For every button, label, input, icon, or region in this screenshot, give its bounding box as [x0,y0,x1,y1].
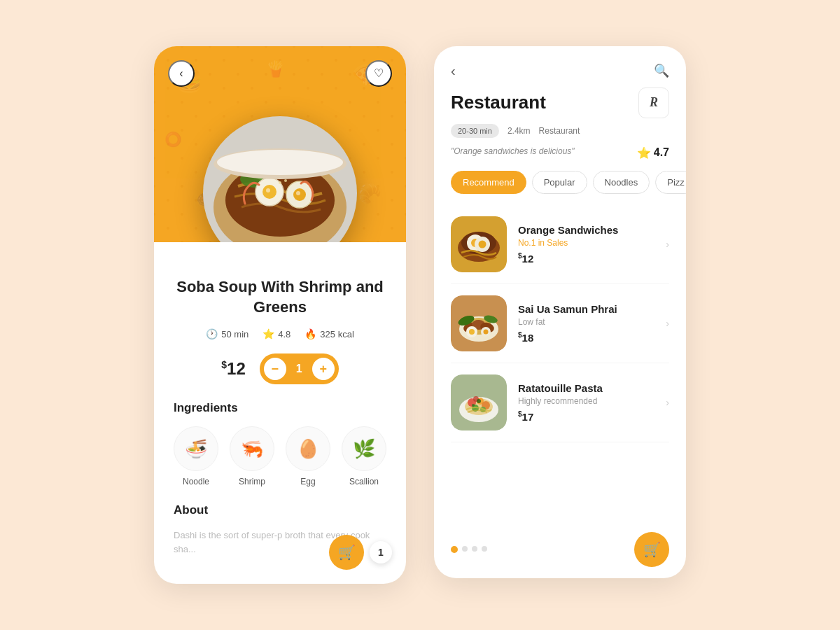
restaurant-cart-button[interactable]: 🛒 [634,532,669,567]
restaurant-card: ‹ 🔍 Restaurant R 20-30 min 2.4km Restaur… [434,46,686,578]
calories-meta: 🔥 325 kcal [304,328,354,340]
svg-text:🥐: 🥐 [357,182,382,205]
sai-ua-svg [451,295,507,351]
hero-section: 🍔 🍕 🍩 🥐 🍟 ⭕ ‹ ♡ [154,46,406,242]
search-button[interactable]: 🔍 [654,63,669,78]
restaurant-back-button[interactable]: ‹ [451,63,456,79]
orange-sandwiches-price: $12 [518,252,654,265]
shrimp-label: Shrimp [239,477,265,486]
minus-icon: − [272,362,279,377]
tab-popular[interactable]: Popular [532,171,587,194]
dot-2 [462,546,468,552]
menu-item-orange-sandwiches[interactable]: Orange Sandwiches No.1 in Sales $12 › [451,205,669,284]
shrimp-icon-circle: 🦐 [230,426,274,471]
ratatouille-name: Ratatouille Pasta [518,382,654,394]
cart-icon-right: 🛒 [643,541,661,558]
svg-point-37 [484,329,489,334]
svg-text:⭕: ⭕ [164,131,182,148]
ratatouille-sub: Highly recommended [518,396,654,406]
detail-card: 🍔 🍕 🍩 🥐 🍟 ⭕ ‹ ♡ [154,46,406,584]
ingredient-noodle: 🍜 Noodle [174,426,218,486]
svg-point-16 [279,181,281,184]
quantity-increase-button[interactable]: + [312,358,335,380]
egg-icon-circle: 🥚 [286,426,330,471]
fire-icon: 🔥 [304,328,316,340]
sai-ua-name: Sai Ua Samun Phrai [518,303,654,315]
price-row: $12 − 1 + [174,354,386,384]
scallion-icon-circle: 🌿 [342,426,386,471]
svg-point-20 [217,150,343,175]
app-container: 🍔 🍕 🍩 🥐 🍟 ⭕ ‹ ♡ [126,18,714,612]
dot-1 [451,546,458,553]
delivery-time-badge: 20-30 min [451,124,499,138]
sai-ua-sub: Low fat [518,317,654,327]
plus-icon: + [319,362,327,377]
restaurant-footer: 🛒 [434,521,686,578]
quote-text: "Orange sandwiches is delicious" [451,146,637,156]
menu-item-sai-ua[interactable]: Sai Ua Samun Phrai Low fat $18 › [451,284,669,363]
tab-pizza[interactable]: Pizz [655,171,686,194]
orange-sandwiches-sub: No.1 in Sales [518,238,654,248]
cart-count-badge: 1 [370,541,392,564]
calories-value: 325 kcal [320,329,354,340]
tab-noodles[interactable]: Noodles [593,171,650,194]
sai-ua-price: $18 [518,331,654,344]
svg-point-27 [479,240,486,248]
restaurant-info: Restaurant R 20-30 min 2.4km Restaurant … [434,88,686,171]
dot-3 [472,546,477,552]
dish-title: Soba Soup With Shrimp and Greens [174,277,386,317]
arrow-icon-2: › [666,318,669,329]
svg-point-17 [284,179,287,182]
back-button[interactable]: ‹ [168,60,195,87]
noodle-label: Noodle [183,477,209,486]
sai-ua-image [451,295,507,351]
ingredient-egg: 🥚 Egg [286,426,330,486]
page-indicators [451,546,487,553]
dish-meta: 🕐 50 min ⭐ 4.8 🔥 325 kcal [174,328,386,340]
currency-symbol: $ [221,359,227,370]
cart-button[interactable]: 🛒 [329,535,364,570]
orange-sandwiches-name: Orange Sandwiches [518,224,654,236]
tab-recommend[interactable]: Recommend [451,171,526,194]
ingredient-scallion: 🌿 Scallion [342,426,386,486]
time-meta: 🕐 50 min [206,328,248,340]
back-icon: ‹ [179,67,183,80]
svg-point-50 [472,404,475,407]
chevron-left-icon: ‹ [451,63,456,78]
ingredient-shrimp: 🦐 Shrimp [230,426,274,486]
rating-meta: ⭐ 4.8 [262,328,290,340]
orange-sandwiches-svg [451,216,507,272]
heart-icon: ♡ [374,66,384,80]
restaurant-header: ‹ 🔍 [434,46,686,88]
distance-text: 2.4km [507,126,531,136]
ratatouille-image [451,374,507,430]
ratatouille-svg [451,374,507,430]
search-icon: 🔍 [654,64,669,78]
favorite-button[interactable]: ♡ [365,60,392,87]
price-number: 12 [227,359,246,378]
rating-value: 4.8 [278,329,290,340]
arrow-icon: › [666,239,669,250]
arrow-icon-3: › [666,397,669,408]
restaurant-meta-line2: "Orange sandwiches is delicious" ⭐ 4.7 [451,144,669,160]
cart-float: 🛒 1 [329,535,392,570]
rating-number: 4.7 [654,146,669,159]
svg-point-15 [296,191,300,195]
tab-noodles-label: Noodles [605,177,638,188]
category-text: Restaurant [539,126,580,136]
orange-sandwiches-image [451,216,507,272]
clock-icon: 🕐 [206,328,218,340]
restaurant-name: Restaurant [451,92,546,113]
svg-point-12 [266,188,270,192]
orange-sandwiches-info: Orange Sandwiches No.1 in Sales $12 [518,224,654,265]
menu-item-ratatouille[interactable]: Ratatouille Pasta Highly recommended $17… [451,363,669,442]
svg-point-35 [469,329,475,335]
category-tabs: Recommend Popular Noodles Pizz [434,171,686,205]
detail-content: Soba Soup With Shrimp and Greens 🕐 50 mi… [154,242,406,584]
quantity-value: 1 [286,363,312,375]
sai-ua-info: Sai Ua Samun Phrai Low fat $18 [518,303,654,344]
scallion-label: Scallion [349,477,379,486]
menu-list: Orange Sandwiches No.1 in Sales $12 › [434,205,686,521]
noodle-icon-circle: 🍜 [174,426,218,471]
quantity-decrease-button[interactable]: − [264,358,286,380]
